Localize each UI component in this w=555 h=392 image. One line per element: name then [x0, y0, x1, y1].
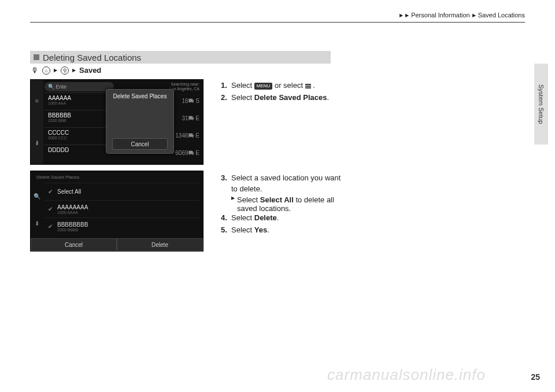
instructions: 1. Select MENU or select . 2. Select Del…: [221, 79, 525, 257]
cancel-button: Cancel: [31, 238, 117, 251]
screenshot-delete-list: Delete Saved Places 🔍 ⬇ ✔ Select All ✔ A…: [30, 171, 204, 252]
check-icon: ✔: [48, 188, 53, 195]
hamburger-icon: [305, 84, 311, 88]
screen-left-rail: ≡ ⬇: [31, 80, 43, 164]
popup-cancel-button: Cancel: [112, 138, 168, 150]
section-title: Deleting Saved Locations: [43, 53, 141, 62]
list-item: ✔ BBBBBBBB2000 BBBB: [45, 217, 199, 235]
hamburger-icon: ≡: [35, 98, 39, 104]
header-crumb-2: Saved Locations: [478, 12, 525, 19]
menu-button-icon: MENU: [254, 83, 273, 90]
search-field: 🔍 Ente: [45, 82, 114, 91]
search-icon: 🔍: [34, 193, 40, 199]
popup-title: Delete Saved Places: [106, 90, 173, 103]
breadcrumb: ▶ ▶ Personal Information ▶ Saved Locatio…: [399, 12, 525, 19]
square-bullet-icon: [34, 54, 39, 60]
section-title-bar: Deleting Saved Locations: [30, 51, 331, 64]
delete-button: Delete: [117, 238, 203, 251]
header-crumb-1: Personal Information: [411, 12, 470, 19]
delete-list: ✔ Select All ✔ AAAAAAAA1000 AAAA ✔ BBBBB…: [45, 183, 199, 237]
step-5: 5. Select Yes.: [221, 225, 525, 236]
triangle-icon: ▶: [72, 68, 76, 73]
step-4: 4. Select Delete.: [221, 213, 525, 224]
triangle-icon: ▶: [54, 68, 57, 73]
search-note: Searching near: Los Angeles, CA: [169, 82, 199, 91]
triangle-icon: ▶: [231, 195, 235, 213]
step-3-sub: ▶ Select Select All to delete all saved …: [221, 195, 525, 213]
page-number: 25: [531, 372, 540, 382]
check-icon: ✔: [48, 223, 53, 230]
distance-column: 16⛟ S 31⛟ E 1346⛟ E 6069⛟ E: [171, 93, 199, 162]
button-row: Cancel Delete: [31, 238, 203, 251]
list-item: ✔ AAAAAAAA1000 AAAA: [45, 200, 199, 217]
down-arrow-icon: ⬇: [35, 220, 39, 227]
header-rule: [30, 22, 525, 23]
home-circle-icon: ⌂: [42, 66, 50, 75]
triangle-icon: ▶: [405, 13, 409, 18]
step-2: 2. Select Delete Saved Places.: [221, 93, 525, 103]
side-tab: System Setup: [534, 64, 548, 145]
voice-icon: 🎙: [31, 66, 39, 75]
nav-path: 🎙 ⌂ ▶ ⚲ ▶ Saved: [30, 66, 525, 75]
nav-path-saved: Saved: [79, 66, 101, 75]
down-arrow-icon: ⬇: [35, 140, 39, 146]
watermark: carmanualsonline.info: [327, 366, 486, 384]
list-item: ✔ Select All: [45, 183, 199, 200]
step-3: 3. Select a saved location you want to d…: [221, 173, 525, 195]
side-tab-label: System Setup: [538, 84, 545, 124]
triangle-icon: ▶: [399, 13, 403, 18]
popup-menu: Delete Saved Places Cancel: [106, 89, 174, 154]
screen-left-rail: 🔍 ⬇: [31, 183, 43, 237]
triangle-icon: ▶: [472, 13, 476, 18]
screen-title: Delete Saved Places: [31, 171, 203, 183]
search-circle-icon: ⚲: [61, 66, 69, 75]
step-1: 1. Select MENU or select .: [221, 80, 525, 91]
check-icon: ✔: [48, 206, 53, 212]
screenshot-popup: ≡ ⬇ 🔍 Ente Searching near: Los Angeles, …: [30, 79, 204, 165]
